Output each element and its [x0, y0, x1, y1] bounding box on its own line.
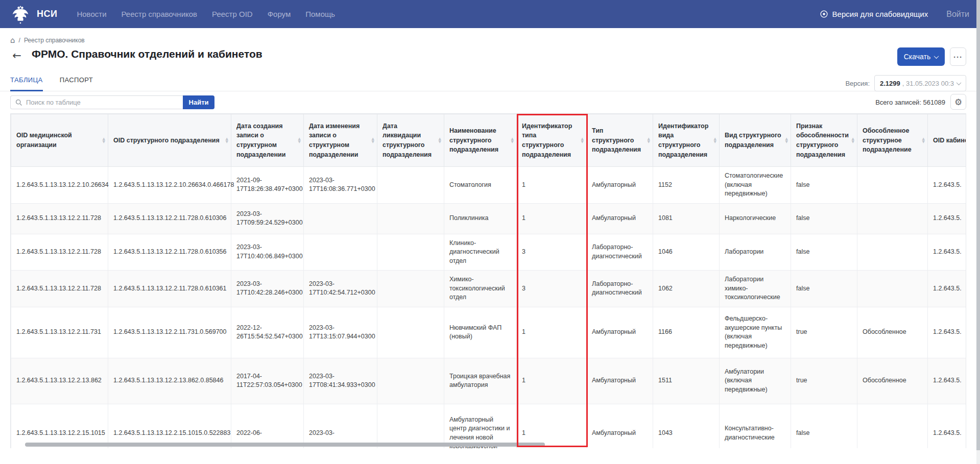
- sort-icon: ▲▼: [439, 137, 441, 143]
- column-header-label: Идентификатор типа структурного подразде…: [522, 123, 572, 158]
- column-header-0[interactable]: OID медицинской организации▲▼: [11, 114, 108, 167]
- column-header-6[interactable]: Идентификатор типа структурного подразде…: [517, 114, 587, 167]
- column-header-10[interactable]: Признак обособленности структурного подр…: [791, 114, 857, 167]
- table-row-1[interactable]: 1.2.643.5.1.13.13.12.2.11.7281.2.643.5.1…: [11, 203, 967, 234]
- column-header-1[interactable]: OID структурного подразделения▲▼: [108, 114, 231, 167]
- table-row-2[interactable]: 1.2.643.5.1.13.13.12.2.11.7281.2.643.5.1…: [11, 234, 967, 271]
- table-row-0[interactable]: 1.2.643.5.1.13.13.12.2.10.266341.2.643.5…: [11, 167, 967, 204]
- sort-icon: ▲▼: [714, 137, 716, 143]
- table-cell: false: [791, 203, 857, 234]
- table-cell: Лабораторно-диагностический: [587, 271, 653, 307]
- navbar-left: НСИ НовостиРеестр справочниковРеестр OID…: [12, 4, 335, 25]
- find-button[interactable]: Найти: [183, 95, 214, 109]
- column-header-3[interactable]: Дата изменения записи о структурном подр…: [304, 114, 377, 167]
- accessibility-version-link[interactable]: Версия для слабовидящих: [820, 10, 928, 18]
- gear-icon: ⚙: [954, 97, 962, 107]
- column-header-4[interactable]: Дата ликвидации структурного подразделен…: [377, 114, 444, 167]
- nav-item-3[interactable]: Форум: [268, 10, 291, 18]
- column-header-7[interactable]: Тип структурного подразделения▲▼: [587, 114, 653, 167]
- tab-table[interactable]: ТАБЛИЦА: [10, 76, 43, 91]
- table-cell: Лаборатории: [720, 234, 791, 271]
- login-link[interactable]: Войти: [946, 10, 969, 19]
- table-cell: Амбулаторный центр диагностики и лечения…: [444, 404, 517, 448]
- table-cell: 1.2.643.5.1.13.13.12.2.10.26634.0.466178: [108, 167, 231, 204]
- arrow-left-icon: ←: [12, 50, 21, 62]
- download-button[interactable]: Скачать: [897, 47, 945, 66]
- table-cell: 1.2.643.5.1.13.13.12.2.11.728.0.610356: [108, 234, 231, 271]
- table-cell: false: [791, 167, 857, 204]
- data-table: OID медицинской организации▲▼OID структу…: [11, 114, 966, 448]
- table-cell: 2023-03-17T09:59:24.529+0300: [231, 203, 304, 234]
- table-row-6[interactable]: 1.2.643.5.1.13.13.12.2.15.10151.2.643.5.…: [11, 404, 967, 448]
- table-cell: Стоматологические (включая передвижные): [720, 167, 791, 204]
- table-row-4[interactable]: 1.2.643.5.1.13.13.12.2.11.7311.2.643.5.1…: [11, 307, 967, 358]
- table-cell: [857, 234, 928, 271]
- search-input[interactable]: [26, 99, 178, 106]
- column-header-11[interactable]: Обособленное структурное подразделение▲▼: [857, 114, 928, 167]
- column-header-5[interactable]: Наименование структурного подразделения▲…: [444, 114, 517, 167]
- column-header-label: Дата ликвидации структурного подразделен…: [383, 123, 432, 158]
- more-actions-button[interactable]: ···: [950, 47, 966, 66]
- version-value: 2.1299: [880, 80, 900, 87]
- table-cell: 1: [517, 167, 587, 204]
- version-select[interactable]: 2.1299 , 31.05.2023 00:31: [874, 75, 966, 91]
- table-cell: [857, 404, 928, 448]
- table-cell: 3: [517, 271, 587, 307]
- nav-item-0[interactable]: Новости: [77, 10, 106, 18]
- table-cell: Химико-токсикологический отдел: [444, 271, 517, 307]
- table-cell: 2022-06-: [231, 404, 304, 448]
- column-header-9[interactable]: Вид структурного подразделения▲▼: [720, 114, 791, 167]
- search-field[interactable]: [10, 95, 183, 109]
- column-header-8[interactable]: Идентификатор вида структурного подразде…: [653, 114, 720, 167]
- table-cell: 1: [517, 203, 587, 234]
- nav-item-2[interactable]: Реестр OID: [212, 10, 253, 18]
- vertical-scrollbar-thumb[interactable]: [976, 0, 980, 450]
- column-header-label: OID медицинской организации: [16, 132, 72, 149]
- table-cell: Лаборатории химико-токсикологические: [720, 271, 791, 307]
- sort-icon: ▲▼: [372, 137, 374, 143]
- table-settings-button[interactable]: ⚙: [950, 94, 966, 110]
- table-cell: Амбулаторный: [587, 167, 653, 204]
- table-cell: true: [791, 358, 857, 404]
- column-header-12[interactable]: OID кабинета▲▼: [928, 114, 967, 167]
- title-row: ← ФРМО. Справочник отделений и кабинетов…: [0, 47, 980, 66]
- table-cell: 1.2.643.5.1.13.13.12.2.11.728: [11, 203, 108, 234]
- table-cell: 1.2.643.5.1.13.13.12.2.13.862.0.85846: [108, 358, 231, 404]
- back-button[interactable]: ←: [10, 49, 23, 62]
- table-cell: Фельдшерско-акушерские пункты (включая п…: [720, 307, 791, 358]
- home-icon[interactable]: ⌂: [10, 37, 15, 43]
- nav-item-1[interactable]: Реестр справочников: [122, 10, 198, 18]
- table-cell: 1.2.643.5.1.13.13.12.2.11.728.0.610361: [108, 271, 231, 307]
- column-header-label: Дата изменения записи о структурном подр…: [309, 123, 360, 158]
- coat-of-arms-logo[interactable]: [12, 4, 29, 25]
- table-cell: Поликлиника: [444, 203, 517, 234]
- breadcrumb-item-registry[interactable]: Реестр справочников: [24, 37, 85, 44]
- vertical-scrollbar-track: [976, 0, 980, 464]
- table-cell: false: [791, 404, 857, 448]
- tab-passport[interactable]: ПАСПОРТ: [60, 76, 93, 91]
- table-cell: 2023-03-17T16:08:36.771+0300: [304, 167, 377, 204]
- table-cell: [377, 167, 444, 204]
- horizontal-scrollbar-thumb[interactable]: [25, 443, 545, 447]
- table-cell: 1081: [653, 203, 720, 234]
- brand-nsi[interactable]: НСИ: [37, 9, 57, 19]
- sort-icon: ▲▼: [298, 137, 301, 143]
- breadcrumb: ⌂ / Реестр справочников: [10, 37, 85, 44]
- table-cell: Троицкая врачебная амбулатория: [444, 358, 517, 404]
- column-header-2[interactable]: Дата создания записи о структурном подра…: [231, 114, 304, 167]
- nav-item-4[interactable]: Помощь: [305, 10, 335, 18]
- table-cell: 1.2.643.5.1.13.13.12.2.11.731.0.569700: [108, 307, 231, 358]
- column-header-label: Наименование структурного подразделения: [449, 127, 498, 154]
- table-row-3[interactable]: 1.2.643.5.1.13.13.12.2.11.7281.2.643.5.1…: [11, 271, 967, 307]
- accessibility-version-label: Версия для слабовидящих: [832, 10, 928, 18]
- table-cell: Лабораторно-диагностический: [587, 234, 653, 271]
- tabs-bottom-border: [0, 91, 980, 91]
- table-row-5[interactable]: 1.2.643.5.1.13.13.12.2.13.8621.2.643.5.1…: [11, 358, 967, 404]
- page-title: ФРМО. Справочник отделений и кабинетов: [32, 48, 262, 60]
- table-cell: 1: [517, 358, 587, 404]
- tabs: ТАБЛИЦА ПАСПОРТ: [10, 76, 93, 91]
- table-cell: 1.2.643.5.1.13.13.12.2.15.1015.0.522883: [108, 404, 231, 448]
- table-cell: 2017-04-11T22:57:03.054+0300: [231, 358, 304, 404]
- sort-icon: ▲▼: [922, 137, 925, 143]
- table-cell: [377, 234, 444, 271]
